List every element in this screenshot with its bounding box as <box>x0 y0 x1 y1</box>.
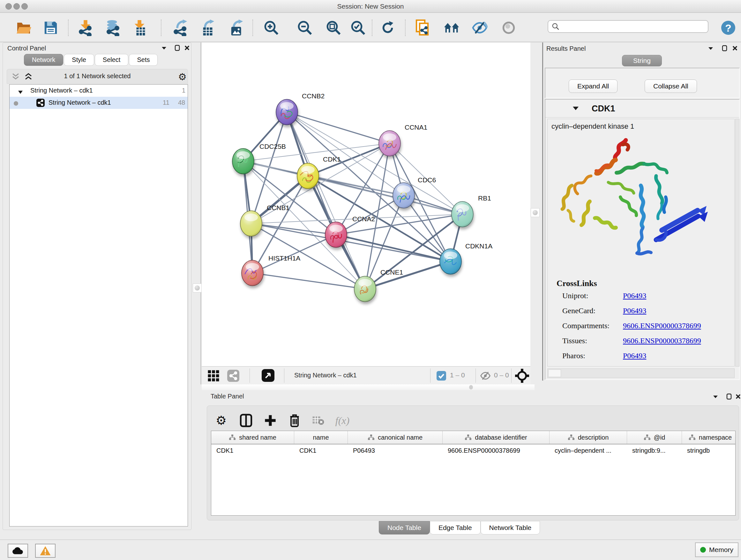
crosslink-link[interactable]: P06493 <box>623 292 646 300</box>
network-row-selected[interactable]: String Network – cdk1 11 48 <box>10 97 188 109</box>
delete-column-button[interactable] <box>286 412 303 429</box>
tab-sets[interactable]: Sets <box>129 54 158 66</box>
expand-all-button[interactable]: Expand All <box>569 79 617 93</box>
edge-ccnb2-ccne1[interactable] <box>287 112 365 289</box>
edge-ccnb2-ccna1[interactable] <box>287 112 390 143</box>
warnings-button[interactable] <box>35 544 56 558</box>
results-horizontal-scrollbar[interactable] <box>547 368 735 378</box>
table-cell[interactable]: stringdb <box>682 444 736 457</box>
crosslink-link[interactable]: P06493 <box>623 307 646 315</box>
export-network-button[interactable] <box>172 18 190 37</box>
show-columns-button[interactable] <box>238 412 254 429</box>
left-splitter-grip[interactable] <box>193 284 202 293</box>
open-session-button[interactable] <box>15 18 32 37</box>
results-panel-float-button[interactable] <box>708 46 714 52</box>
hide-selected-button[interactable] <box>471 18 488 37</box>
network-node-rb1[interactable] <box>452 201 473 227</box>
zoom-in-button[interactable] <box>262 18 280 37</box>
column-header[interactable]: description <box>549 431 627 444</box>
home-networks-button[interactable] <box>443 18 461 37</box>
fit-selected-crosshair-button[interactable] <box>515 369 529 384</box>
tab-select[interactable]: Select <box>95 54 129 66</box>
column-header[interactable]: shared name <box>211 431 294 444</box>
network-node-ccna2[interactable] <box>325 222 347 247</box>
node-table[interactable]: shared namenamecanonical namedatabase id… <box>211 431 736 516</box>
crosslink-link[interactable]: P06493 <box>623 352 646 360</box>
zoom-out-button[interactable] <box>296 18 314 37</box>
edge-cdkn1a-ccne1[interactable] <box>365 261 451 289</box>
tab-network[interactable]: Network <box>24 54 63 66</box>
tab-string[interactable]: String <box>622 55 662 66</box>
table-cell[interactable]: CDK1 <box>294 444 348 457</box>
zoom-selected-button[interactable] <box>349 18 367 37</box>
column-header[interactable]: @id <box>627 431 682 444</box>
scrollbar-thumb[interactable] <box>548 369 561 377</box>
table-panel-close-button[interactable] <box>735 393 741 401</box>
right-splitter-grip[interactable] <box>531 208 540 217</box>
control-panel-float-button[interactable] <box>161 46 167 52</box>
results-vertical-scrollbar[interactable] <box>735 119 739 367</box>
table-cell[interactable]: 9606.ENSP00000378699 <box>443 444 549 457</box>
birds-eye-view-button[interactable] <box>262 369 274 383</box>
network-node-cdc6[interactable] <box>393 183 414 208</box>
table-cell[interactable]: stringdb:9... <box>627 444 682 457</box>
tab-node-table[interactable]: Node Table <box>379 521 430 535</box>
selected-checkbox[interactable] <box>436 371 446 382</box>
results-panel-maximize-button[interactable] <box>722 45 727 53</box>
search-input[interactable] <box>560 23 700 30</box>
cloud-status-button[interactable] <box>8 544 28 558</box>
edge-ccna2-hist1h1a[interactable] <box>253 235 336 273</box>
network-node-cdc25b[interactable] <box>232 148 254 174</box>
edge-ccna2-cdkn1a[interactable] <box>336 235 451 261</box>
tab-style[interactable]: Style <box>64 54 94 66</box>
network-graph[interactable]: CCNB2CCNA1CDC25BCDK1CDC6RB1CCNB1CCNA2CDK… <box>202 43 530 366</box>
horizontal-splitter[interactable] <box>202 384 535 390</box>
column-header[interactable]: name <box>294 431 348 444</box>
column-header[interactable]: canonical name <box>348 431 443 444</box>
network-node-ccnb2[interactable] <box>276 99 298 125</box>
grid-view-button[interactable] <box>207 370 219 383</box>
import-network-database-button[interactable] <box>104 18 122 37</box>
tab-edge-table[interactable]: Edge Table <box>430 521 481 535</box>
edge-hist1h1a-ccne1[interactable] <box>253 273 365 289</box>
network-options-gear-icon[interactable]: ⚙ <box>178 71 187 82</box>
export-table-button[interactable] <box>199 18 217 37</box>
clone-network-button[interactable] <box>414 18 432 37</box>
crosslink-link[interactable]: 9606.ENSP00000378699 <box>623 321 701 330</box>
network-node-hist1h1a[interactable] <box>242 260 263 286</box>
table-row[interactable]: CDK1CDK1P064939606.ENSP00000378699cyclin… <box>211 444 735 457</box>
column-header[interactable]: database identifier <box>443 431 549 444</box>
add-column-button[interactable] <box>262 412 279 429</box>
network-node-cdkn1a[interactable] <box>440 249 461 274</box>
table-cell[interactable]: cyclin–dependent ... <box>549 444 627 457</box>
save-session-button[interactable] <box>42 18 60 37</box>
table-panel-maximize-button[interactable] <box>726 393 732 401</box>
network-collection-row[interactable]: String Network – cdk1 1 <box>10 84 188 97</box>
refresh-view-button[interactable] <box>379 18 397 37</box>
network-node-cdk1[interactable] <box>297 163 319 189</box>
table-panel-float-button[interactable] <box>713 395 718 400</box>
import-network-file-button[interactable] <box>77 18 94 37</box>
memory-button[interactable]: Memory <box>695 543 738 557</box>
control-panel-maximize-button[interactable] <box>175 45 180 52</box>
node-section-header[interactable]: CDK1 <box>545 100 739 118</box>
import-table-button[interactable] <box>131 18 149 37</box>
network-node-ccne1[interactable] <box>354 276 376 302</box>
show-hidden-button[interactable] <box>500 18 518 37</box>
section-expander-icon[interactable] <box>572 106 579 112</box>
network-node-ccnb1[interactable] <box>240 211 262 236</box>
table-cell[interactable]: P06493 <box>348 444 443 457</box>
panel-splitter[interactable] <box>200 43 201 384</box>
control-panel-close-button[interactable] <box>184 45 190 52</box>
crosslink-link[interactable]: 9606.ENSP00000378699 <box>623 336 701 345</box>
zoom-fit-button[interactable] <box>325 18 342 37</box>
table-options-gear-icon[interactable]: ⚙ <box>213 412 229 429</box>
column-header[interactable]: namespace <box>682 431 736 444</box>
collapse-all-button[interactable]: Collapse All <box>645 79 697 93</box>
collection-expander-icon[interactable] <box>18 88 23 96</box>
tab-network-table[interactable]: Network Table <box>481 521 540 535</box>
export-image-button[interactable] <box>228 18 246 37</box>
network-share-view-button[interactable] <box>227 370 239 383</box>
network-node-ccna1[interactable] <box>379 131 401 156</box>
search-field[interactable] <box>548 20 709 33</box>
